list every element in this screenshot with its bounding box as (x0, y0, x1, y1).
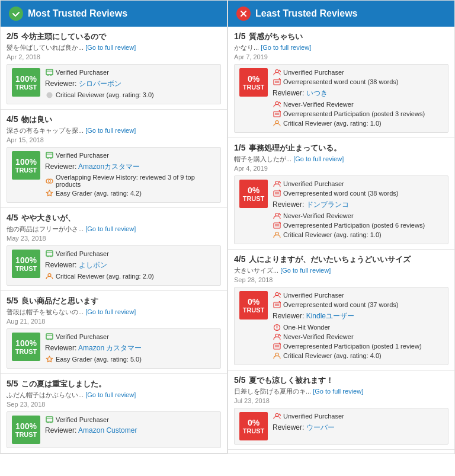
review-card: 5/5良い商品だと思います普段は帽子を被らないの... [Go to full … (1, 291, 227, 374)
review-date: Sep 23, 2018 (7, 401, 221, 408)
extra-flag-text: Never-Verified Reviewer (283, 101, 354, 108)
review-excerpt: 普段は帽子を被らないの... [Go to full review] (7, 308, 221, 317)
review-date: Apr 2, 2018 (7, 53, 221, 60)
reviewer-row: Reviewer: ウーバー (273, 423, 443, 433)
review-rating: 5/5 (7, 379, 18, 388)
review-title-row: 5/5この夏は重宝しました。 (7, 379, 221, 389)
trust-block: 100%TRUSTVerified PurchaserReviewer: Ama… (7, 411, 221, 448)
review-rating: 5/5 (7, 296, 18, 305)
extra-flag-row: Critical Reviewer (avg. rating: 1.0) (273, 119, 443, 127)
review-excerpt: ふだん帽子はかぶらない... [Go to full review] (7, 391, 221, 400)
review-title-row: 2/5今坊主頭にしているので (7, 31, 221, 42)
reviewer-link[interactable]: シロバーボン (79, 79, 121, 88)
trust-block: 0%TRUSTUnverified PurchaserOverrepresent… (234, 64, 448, 133)
flag-icon (273, 180, 281, 188)
trust-flag-row: Overrepresented word count (37 words) (273, 301, 443, 309)
svg-point-50 (275, 353, 278, 356)
review-title-row: 4/5人によりますが、だいたいちょうどいいサイズ (234, 254, 448, 265)
extra-flag-row: Critical Reviewer (avg. rating: 1.0) (273, 231, 443, 239)
reviewer-link[interactable]: Amazonカスタマー (78, 162, 140, 171)
reviewer-row: Reviewer: Amazonカスタマー (45, 162, 216, 172)
trust-flag-row: Verified Purchaser (45, 68, 216, 76)
trust-label: TRUST (243, 306, 265, 314)
flag-icon (45, 151, 53, 159)
trust-block: 0%TRUSTUnverified PurchaserReviewer: ウーバ… (234, 408, 448, 445)
trust-badge: 100%TRUST (12, 333, 40, 361)
flag-text: Unverified Purchaser (283, 413, 344, 420)
svg-point-43 (276, 328, 277, 330)
trust-pct: 100% (15, 255, 37, 265)
review-link[interactable]: [Go to full review] (313, 388, 363, 395)
extra-flag-text: Easy Grader (avg. rating: 5.0) (56, 356, 142, 363)
review-link[interactable]: [Go to full review] (280, 267, 331, 274)
trust-label: TRUST (15, 348, 37, 355)
left-reviews-container: 2/5今坊主頭にしているので髪を伸ばしていれば良か... [Go to full… (1, 27, 227, 453)
svg-rect-8 (46, 417, 53, 422)
review-date: Apr 4, 2019 (234, 165, 448, 172)
extra-flag-text: Critical Reviewer (avg. rating: 4.0) (283, 352, 382, 359)
svg-point-9 (275, 69, 278, 72)
right-header-icon (236, 7, 251, 21)
flag-icon (273, 189, 281, 197)
extra-flag-text: Overrepresented Participation (posted 6 … (283, 222, 425, 229)
reviewer-row: Reviewer: Amazon Customer (45, 426, 216, 435)
extra-flag-row: Overrepresented Participation (posted 1 … (273, 342, 443, 350)
svg-rect-2 (46, 152, 53, 158)
svg-line-52 (279, 414, 281, 416)
review-title: やや大きいが、 (21, 213, 75, 223)
extra-flag-text: Critical Reviewer (avg. rating: 1.0) (283, 120, 382, 127)
extra-flag-row: Never-Verified Reviewer (273, 100, 443, 108)
reviewer-link[interactable]: Amazon カスタマー (78, 344, 142, 352)
reviewer-link[interactable]: Amazon Customer (78, 426, 137, 435)
reviewer-link[interactable]: よしボン (79, 261, 107, 269)
review-link[interactable]: [Go to full review] (85, 44, 136, 51)
extra-flag-icon (273, 342, 281, 350)
svg-line-23 (279, 181, 281, 183)
extra-flag-icon (273, 323, 281, 331)
right-reviews-container: 1/5質感がちゃちいかなり... [Go to full review]Apr … (228, 27, 454, 450)
svg-rect-0 (46, 69, 53, 75)
review-link[interactable]: [Go to full review] (261, 44, 311, 51)
extra-flag-row: Never-Verified Reviewer (273, 333, 443, 341)
trust-flag-row: Verified Purchaser (45, 416, 216, 424)
extra-flag-icon (273, 119, 281, 127)
trust-flag-row: Verified Purchaser (45, 151, 216, 159)
review-card: 1/5質感がちゃちいかなり... [Go to full review]Apr … (228, 27, 454, 138)
review-link[interactable]: [Go to full review] (85, 391, 136, 398)
reviewer-link[interactable]: ドンブランコ (306, 200, 349, 209)
reviewer-link[interactable]: Kindleユーザー (306, 312, 354, 320)
extra-flag-icon (273, 100, 281, 108)
reviewer-link[interactable]: いつき (306, 89, 328, 97)
flag-icon (45, 333, 53, 341)
review-excerpt: 髪を伸ばしていれば良か... [Go to full review] (7, 43, 221, 52)
flag-text: Overrepresented word count (38 words) (283, 190, 398, 197)
review-rating: 4/5 (7, 213, 18, 222)
extra-flag-text: Critical Reviewer (avg. rating: 2.0) (56, 273, 154, 280)
extra-flag-icon (273, 221, 281, 229)
review-title: 良い商品だと思います (21, 296, 98, 306)
trust-flag-row: Verified Purchaser (45, 250, 216, 258)
review-excerpt: 他の商品はフリーが小さ... [Go to full review] (7, 225, 221, 234)
review-card: 4/5人によりますが、だいたいちょうどいいサイズ大きいサイズ... [Go to… (228, 250, 454, 370)
review-date: Apr 7, 2019 (234, 53, 448, 60)
left-column: Most Trusted Reviews 2/5今坊主頭にしているので髪を伸ばし… (0, 0, 228, 454)
trust-details: Verified PurchaserReviewer: よしボンCritical… (45, 250, 216, 282)
reviewer-row: Reviewer: いつき (273, 88, 443, 98)
review-date: May 23, 2018 (7, 235, 221, 242)
main-container: Most Trusted Reviews 2/5今坊主頭にしているので髪を伸ばし… (0, 0, 455, 454)
flag-text: Verified Purchaser (56, 250, 109, 257)
review-link[interactable]: [Go to full review] (85, 127, 136, 134)
review-link[interactable]: [Go to full review] (85, 308, 136, 315)
review-link[interactable]: [Go to full review] (293, 155, 344, 162)
svg-line-45 (279, 334, 281, 336)
svg-point-21 (275, 120, 278, 123)
flag-text: Unverified Purchaser (283, 292, 344, 299)
reviewer-link[interactable]: ウーバー (306, 423, 335, 432)
trust-block: 0%TRUSTUnverified PurchaserOverrepresent… (234, 287, 448, 365)
review-link[interactable]: [Go to full review] (85, 225, 136, 232)
left-header-title: Most Trusted Reviews (28, 8, 127, 19)
extra-flag-text: Easy Grader (avg. rating: 4.2) (56, 190, 142, 197)
trust-pct: 0% (248, 297, 259, 306)
svg-line-16 (279, 102, 281, 104)
svg-point-28 (275, 213, 278, 216)
